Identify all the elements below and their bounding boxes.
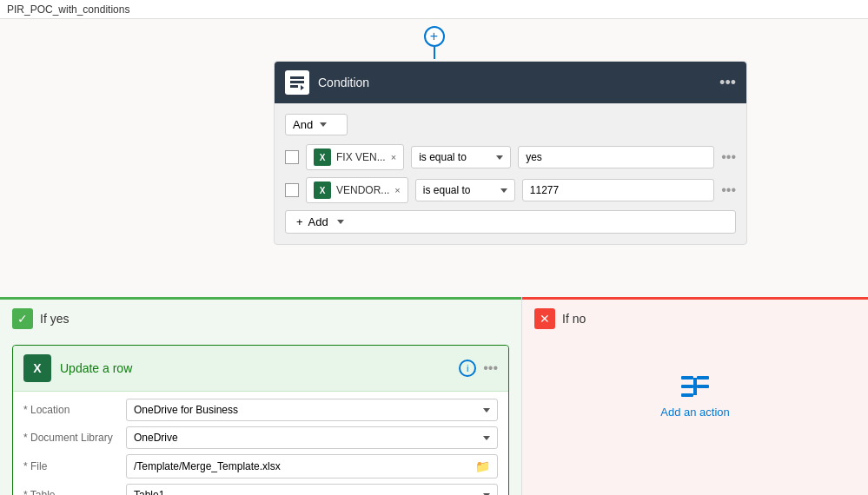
condition-body: And X FIX VEN... × is equal to yes •• (275, 103, 746, 244)
connector-line (434, 47, 435, 59)
row-1-token[interactable]: X FIX VEN... × (306, 144, 404, 170)
condition-header: Condition ••• (275, 62, 746, 103)
svg-rect-8 (681, 393, 693, 397)
location-label: * Location (23, 404, 119, 416)
and-label: And (293, 118, 313, 131)
svg-marker-3 (301, 85, 304, 90)
condition-row-2: X VENDOR... × is equal to 11277 ••• (285, 177, 736, 203)
add-row-chevron-icon (337, 220, 344, 224)
row-2-operator-chevron (500, 188, 507, 193)
condition-icon (285, 70, 309, 95)
add-connector[interactable]: + (424, 26, 445, 59)
table-field-row: * Table Table1 (23, 484, 498, 495)
add-action-icon-area: Add an action (660, 373, 730, 419)
doc-library-chevron-icon (483, 436, 490, 440)
row-2-token[interactable]: X VENDOR... × (306, 177, 408, 203)
row-1-value[interactable]: yes (518, 146, 714, 168)
condition-more-button[interactable]: ••• (719, 74, 736, 92)
row-1-token-text: FIX VEN... (336, 151, 386, 163)
location-select[interactable]: OneDrive for Business (126, 399, 498, 421)
if-yes-label: If yes (40, 312, 69, 326)
action-info-button[interactable]: i (459, 360, 476, 377)
row-2-operator-text: is equal to (423, 184, 471, 196)
if-no-header: ✕ If no (522, 300, 868, 338)
doc-library-value: OneDrive (134, 432, 178, 444)
row-2-token-remove[interactable]: × (394, 185, 400, 195)
table-select[interactable]: Table1 (126, 484, 498, 495)
add-row-label: Add (308, 215, 328, 228)
row-2-value[interactable]: 11277 (522, 179, 714, 201)
row-1-checkbox[interactable] (285, 150, 299, 164)
svg-rect-0 (290, 81, 304, 83)
and-dropdown[interactable]: And (285, 114, 348, 135)
action-more-button[interactable]: ••• (483, 360, 498, 376)
row-1-token-remove[interactable]: × (391, 152, 396, 162)
top-bar: PIR_POC_with_conditions (0, 0, 868, 19)
row-2-operator[interactable]: is equal to (415, 179, 515, 201)
update-row-card: X Update a row i ••• * Location OneDrive… (12, 345, 509, 495)
doc-library-select[interactable]: OneDrive (126, 426, 498, 449)
doc-library-label: * Document Library (23, 432, 119, 444)
update-row-header: X Update a row i ••• (13, 346, 508, 392)
location-value: OneDrive for Business (134, 404, 238, 416)
doc-library-field-row: * Document Library OneDrive (23, 426, 498, 449)
svg-rect-2 (290, 85, 298, 88)
add-action-label: Add an action (660, 406, 730, 419)
add-step-button[interactable]: + (424, 26, 445, 47)
excel-icon-2: X (314, 182, 331, 199)
file-label: * File (23, 460, 119, 472)
condition-row-1: X FIX VEN... × is equal to yes ••• (285, 144, 736, 170)
and-chevron-icon (320, 122, 327, 127)
file-input[interactable]: /Template/Merge_Template.xlsx 📁 (126, 454, 498, 478)
svg-rect-6 (681, 385, 693, 388)
svg-rect-5 (697, 376, 709, 380)
svg-rect-7 (697, 385, 709, 388)
row-1-operator-chevron (496, 155, 503, 160)
canvas: + Condition ••• And (0, 19, 868, 495)
if-no-label: If no (562, 312, 586, 326)
row-2-more-button[interactable]: ••• (721, 182, 736, 198)
location-field-row: * Location OneDrive for Business (23, 399, 498, 421)
add-action-button[interactable]: Add an action (660, 406, 730, 419)
svg-rect-9 (693, 378, 697, 395)
update-row-title: Update a row (60, 361, 450, 375)
folder-browse-icon[interactable]: 📁 (475, 459, 490, 473)
add-row-plus-icon: + (296, 215, 303, 228)
add-action-svg-icon (679, 373, 711, 400)
condition-card: Condition ••• And X FIX VEN... × is equa… (274, 61, 747, 245)
svg-rect-1 (290, 76, 304, 79)
row-1-operator-text: is equal to (419, 151, 467, 163)
add-action-container: Add an action (522, 338, 868, 436)
if-yes-header: ✓ If yes (0, 300, 521, 338)
branch-if-no: ✕ If no Add an action (522, 297, 868, 495)
if-no-icon: ✕ (534, 308, 555, 329)
location-chevron-icon (483, 408, 490, 412)
app-title: PIR_POC_with_conditions (7, 3, 129, 16)
excel-icon-1: X (314, 148, 331, 166)
row-1-more-button[interactable]: ••• (721, 149, 736, 165)
table-value: Table1 (134, 489, 164, 495)
condition-title: Condition (318, 76, 711, 89)
file-field-row: * File /Template/Merge_Template.xlsx 📁 (23, 454, 498, 478)
svg-rect-4 (681, 376, 693, 380)
action-header-icons: i ••• (459, 360, 498, 377)
row-2-checkbox[interactable] (285, 183, 299, 197)
update-row-body: * Location OneDrive for Business * Docum… (13, 392, 508, 495)
branch-if-yes: ✓ If yes X Update a row i ••• * Location… (0, 297, 521, 495)
row-1-operator[interactable]: is equal to (411, 146, 511, 168)
update-row-excel-icon: X (23, 354, 51, 382)
table-label: * Table (23, 489, 119, 495)
if-yes-icon: ✓ (12, 308, 33, 329)
add-condition-row-button[interactable]: + Add (285, 210, 736, 234)
row-2-token-text: VENDOR... (336, 184, 389, 196)
file-value: /Template/Merge_Template.xlsx (134, 460, 281, 472)
